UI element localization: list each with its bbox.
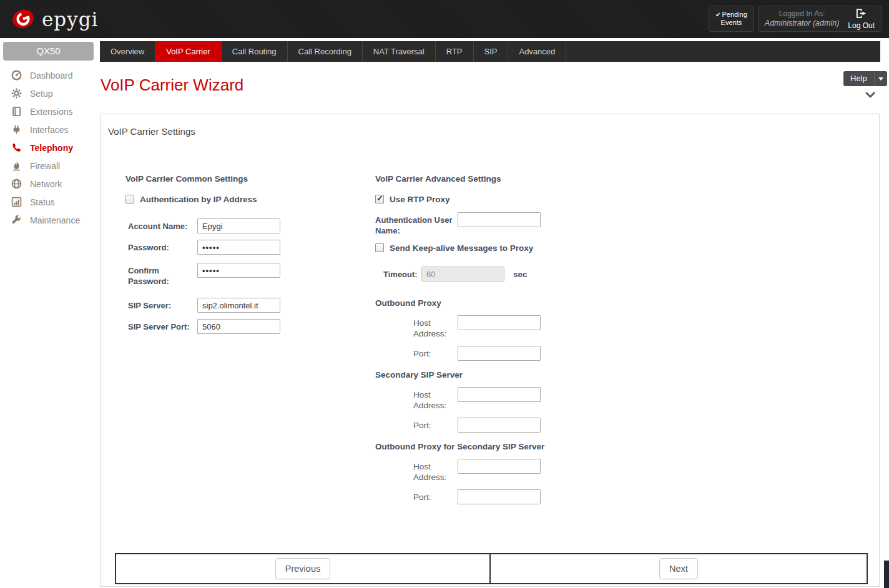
logged-in-user: Administrator (admin) bbox=[765, 19, 839, 28]
common-settings-heading: VoIP Carrier Common Settings bbox=[125, 174, 356, 184]
outbound-proxy-heading: Outbound Proxy bbox=[375, 298, 675, 308]
outbound-proxy-secondary-heading: Outbound Proxy for Secondary SIP Server bbox=[375, 442, 675, 451]
port-label: Port: bbox=[413, 346, 458, 359]
outbound-proxy-secondary-host-input[interactable] bbox=[458, 459, 541, 474]
auth-user-name-label: Authentication User Name: bbox=[375, 212, 458, 236]
auth-by-ip-row: Authentication by IP Address bbox=[125, 194, 356, 205]
keep-alive-row: Send Keep-alive Messages to Proxy bbox=[375, 242, 675, 253]
next-button[interactable]: Next bbox=[659, 558, 698, 579]
sidebar-item-network[interactable]: Network bbox=[0, 175, 100, 193]
timeout-label: Timeout: bbox=[383, 269, 421, 280]
dashboard-icon bbox=[11, 70, 22, 81]
sip-server-port-row: SIP Server Port: bbox=[125, 319, 356, 334]
bottom-right-strip bbox=[884, 561, 889, 588]
timeout-input bbox=[421, 267, 504, 282]
confirm-password-row: Confirm Password: bbox=[125, 263, 356, 287]
sidebar-item-dashboard[interactable]: Dashboard bbox=[0, 66, 100, 84]
outbound-proxy-host-input[interactable] bbox=[458, 315, 541, 330]
outbound-proxy-secondary-port-input[interactable] bbox=[458, 489, 541, 504]
globe-icon bbox=[11, 179, 22, 190]
auth-by-ip-checkbox[interactable] bbox=[125, 195, 134, 203]
sip-server-row: SIP Server: bbox=[125, 298, 356, 313]
sidebar-item-label: Dashboard bbox=[30, 71, 73, 81]
account-name-label: Account Name: bbox=[125, 218, 197, 232]
secondary-sip-heading: Secondary SIP Server bbox=[375, 370, 675, 380]
sidebar-item-firewall[interactable]: Firewall bbox=[0, 157, 100, 175]
tab-sip[interactable]: SIP bbox=[474, 41, 509, 62]
secondary-sip-host-input[interactable] bbox=[458, 387, 541, 402]
secondary-sip-host-row: Host Address: bbox=[413, 387, 675, 411]
gear-icon bbox=[11, 88, 22, 99]
page-title: VoIP Carrier Wizard bbox=[101, 76, 243, 95]
confirm-password-input[interactable] bbox=[197, 263, 280, 278]
secondary-sip-port-row: Port: bbox=[413, 418, 675, 433]
sip-server-port-input[interactable] bbox=[197, 319, 280, 334]
outbound-proxy-port-input[interactable] bbox=[458, 346, 541, 361]
password-input[interactable] bbox=[197, 240, 280, 255]
outbound-proxy-host-row: Host Address: bbox=[413, 315, 675, 339]
sidebar-item-setup[interactable]: Setup bbox=[0, 84, 100, 102]
footer-cell-previous: Previous bbox=[116, 554, 491, 583]
outbound-proxy-port-row: Port: bbox=[413, 346, 675, 361]
pending-events-line2: Events bbox=[721, 19, 742, 27]
sip-server-input[interactable] bbox=[197, 298, 280, 313]
section-tabbar: Overview VoIP Carrier Call Routing Call … bbox=[100, 41, 880, 62]
phone-icon bbox=[11, 142, 22, 154]
tab-rtp[interactable]: RTP bbox=[436, 41, 474, 62]
voip-carrier-settings-panel: VoIP Carrier Settings VoIP Carrier Commo… bbox=[100, 114, 880, 587]
pending-events-button[interactable]: Pending Events bbox=[709, 6, 754, 32]
connector-icon bbox=[11, 124, 22, 135]
sidebar-item-label: Setup bbox=[30, 89, 53, 99]
sidebar-item-status[interactable]: Status bbox=[0, 193, 100, 211]
keep-alive-label: Send Keep-alive Messages to Proxy bbox=[390, 243, 533, 253]
password-row: Password: bbox=[125, 240, 356, 255]
sidebar-item-extensions[interactable]: Extensions bbox=[0, 102, 100, 120]
bar-chart-icon bbox=[11, 197, 22, 208]
sidebar-item-telephony[interactable]: Telephony bbox=[0, 139, 100, 157]
advanced-settings-heading: VoIP Carrier Advanced Settings bbox=[375, 174, 675, 184]
sidebar-item-label: Network bbox=[30, 179, 62, 189]
auth-user-name-input[interactable] bbox=[458, 212, 541, 227]
port-label: Port: bbox=[413, 418, 458, 431]
help-label: Help bbox=[843, 71, 874, 86]
use-rtp-proxy-row: Use RTP Proxy bbox=[375, 194, 675, 205]
previous-button[interactable]: Previous bbox=[275, 558, 330, 579]
session-box: Logged In As: Administrator (admin) Log … bbox=[758, 6, 882, 32]
host-address-label: Host Address: bbox=[413, 459, 458, 483]
log-out-label: Log Out bbox=[848, 21, 875, 30]
sidebar-item-maintenance[interactable]: Maintenance bbox=[0, 211, 100, 229]
sidebar-item-label: Extensions bbox=[30, 107, 72, 117]
sidebar-item-label: Interfaces bbox=[30, 125, 68, 135]
log-out-icon bbox=[855, 8, 867, 21]
sidebar-item-label: Status bbox=[30, 197, 55, 207]
device-selector-button[interactable]: QX50 bbox=[3, 42, 94, 61]
wrench-icon bbox=[11, 215, 22, 226]
tab-overview[interactable]: Overview bbox=[100, 41, 155, 62]
outbound-proxy-secondary-port-row: Port: bbox=[413, 489, 675, 504]
tab-voip-carrier[interactable]: VoIP Carrier bbox=[155, 41, 222, 62]
outbound-proxy-secondary-host-row: Host Address: bbox=[413, 459, 675, 483]
common-settings-column: VoIP Carrier Common Settings Authenticat… bbox=[125, 174, 356, 334]
tab-call-routing[interactable]: Call Routing bbox=[222, 41, 288, 62]
tab-advanced[interactable]: Advanced bbox=[508, 41, 566, 62]
secondary-sip-port-input[interactable] bbox=[458, 418, 541, 433]
tab-call-recording[interactable]: Call Recording bbox=[288, 41, 363, 62]
use-rtp-proxy-checkbox[interactable] bbox=[375, 195, 384, 203]
collapse-chevron-icon[interactable] bbox=[864, 91, 877, 100]
logged-in-as-label: Logged In As: bbox=[765, 9, 839, 19]
help-dropdown-caret[interactable] bbox=[874, 71, 887, 86]
help-button[interactable]: Help bbox=[843, 71, 887, 86]
book-icon bbox=[11, 106, 22, 117]
log-out-button[interactable]: Log Out bbox=[848, 8, 875, 30]
account-name-input[interactable] bbox=[197, 218, 280, 233]
timeout-unit: sec bbox=[513, 270, 528, 279]
keep-alive-checkbox[interactable] bbox=[375, 243, 384, 252]
wizard-footer: Previous Next bbox=[115, 553, 868, 584]
sidebar-nav: Dashboard Setup Extensions Interfaces Te… bbox=[0, 66, 100, 229]
epygi-logo-icon bbox=[10, 5, 36, 34]
sidebar-item-interfaces[interactable]: Interfaces bbox=[0, 120, 100, 139]
tab-nat-traversal[interactable]: NAT Traversal bbox=[363, 41, 436, 62]
epygi-logo: epygi bbox=[10, 5, 98, 34]
logged-in-as: Logged In As: Administrator (admin) bbox=[765, 9, 839, 28]
sip-server-port-label: SIP Server Port: bbox=[125, 319, 197, 332]
